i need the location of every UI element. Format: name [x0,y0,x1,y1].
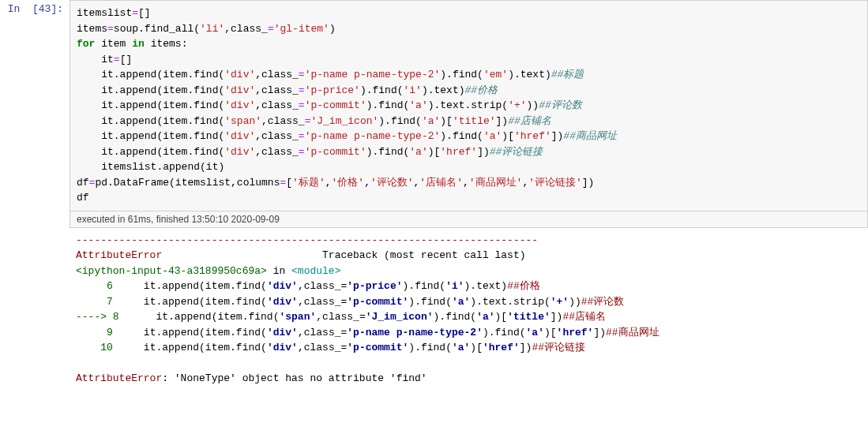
input-prompt: In [43]: [0,0,70,211]
spacer [0,211,70,228]
code-input[interactable]: itemslist=[] items=soup.find_all('li',cl… [70,0,868,211]
traceback-output: ----------------------------------------… [70,228,868,391]
code-cell: In [43]: itemslist=[] items=soup.find_al… [0,0,868,211]
spacer [0,228,70,391]
output-cell: ----------------------------------------… [0,228,868,391]
execution-info: executed in 61ms, finished 13:50:10 2020… [70,211,868,228]
exec-info-row: executed in 61ms, finished 13:50:10 2020… [0,211,868,228]
